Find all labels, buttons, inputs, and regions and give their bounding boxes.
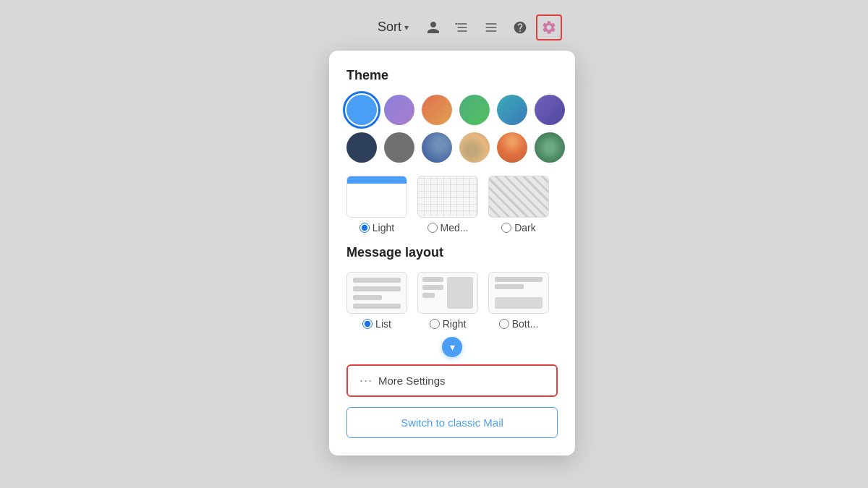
- density-dark: Dark: [488, 176, 549, 234]
- layout-bottom-preview[interactable]: [488, 272, 549, 314]
- color-dark-gray[interactable]: [384, 132, 414, 163]
- svg-rect-2: [457, 30, 467, 32]
- layout-right: Right: [417, 272, 478, 330]
- layout-bottom-radio[interactable]: [499, 319, 509, 329]
- settings-panel: Theme: [329, 51, 575, 455]
- layout-right-col: [447, 277, 473, 309]
- layout-section: Message layout List: [346, 245, 558, 330]
- theme-color-row-2: [346, 132, 558, 163]
- svg-rect-1: [457, 27, 467, 28]
- color-orange[interactable]: [422, 95, 452, 125]
- density-light-radio[interactable]: [359, 223, 370, 233]
- gear-icon[interactable]: [536, 14, 562, 40]
- toolbar-icons: [420, 14, 562, 40]
- density-dark-label[interactable]: Dark: [501, 222, 536, 234]
- layout-right-label[interactable]: Right: [430, 318, 467, 330]
- color-photo1[interactable]: [422, 132, 452, 163]
- color-dark-navy[interactable]: [346, 132, 377, 163]
- layout-line: [495, 277, 542, 282]
- layout-list-preview[interactable]: [346, 272, 407, 314]
- density-dark-radio[interactable]: [501, 223, 511, 233]
- density-medium: Med...: [417, 176, 478, 234]
- density-options: Light Med... Dark: [346, 176, 558, 234]
- svg-rect-0: [457, 23, 467, 25]
- layout-line: [422, 293, 435, 298]
- layout-right-radio[interactable]: [430, 319, 440, 329]
- color-blue[interactable]: [346, 95, 377, 125]
- layout-line: [353, 295, 382, 300]
- color-photo3[interactable]: [497, 132, 527, 163]
- color-green[interactable]: [459, 95, 490, 125]
- more-settings-dots: ···: [359, 373, 373, 388]
- person-icon[interactable]: [420, 14, 446, 40]
- layout-list-label[interactable]: List: [362, 318, 391, 330]
- density-light-text: Light: [373, 222, 394, 234]
- density-medium-preview[interactable]: [417, 176, 478, 218]
- layout-title: Message layout: [346, 245, 558, 260]
- color-photo4[interactable]: [535, 132, 565, 163]
- svg-rect-5: [486, 27, 497, 28]
- layout-line: [353, 278, 401, 283]
- layout-right-preview[interactable]: [417, 272, 478, 314]
- sort-chevron-icon: ▾: [404, 22, 409, 33]
- svg-point-3: [455, 22, 457, 25]
- density-light: Light: [346, 176, 407, 234]
- page-wrapper: Sort ▾ Theme: [0, 0, 868, 488]
- density-light-preview[interactable]: [346, 176, 407, 218]
- switch-classic-label: Switch to classic Mail: [401, 416, 503, 429]
- theme-color-row-1: [346, 95, 558, 125]
- top-bar: Sort ▾: [370, 0, 568, 54]
- theme-colors: [346, 95, 558, 163]
- density-medium-text: Med...: [441, 222, 469, 234]
- layout-top-area: [495, 277, 542, 294]
- switch-classic-button[interactable]: Switch to classic Mail: [346, 407, 558, 438]
- layout-bottom-label[interactable]: Bott...: [499, 318, 539, 330]
- color-purple[interactable]: [384, 95, 414, 125]
- lines-icon[interactable]: [478, 14, 504, 40]
- layout-list: List: [346, 272, 407, 330]
- color-teal[interactable]: [497, 95, 527, 125]
- layout-options: List Right: [346, 272, 558, 330]
- density-medium-radio[interactable]: [427, 223, 438, 233]
- layout-line: [422, 285, 443, 290]
- density-medium-label[interactable]: Med...: [427, 222, 469, 234]
- theme-title: Theme: [346, 68, 558, 83]
- number-icon[interactable]: [449, 14, 475, 40]
- sort-label: Sort: [378, 20, 401, 35]
- help-icon[interactable]: [507, 14, 533, 40]
- layout-list-text: List: [375, 318, 391, 330]
- layout-bottom-text: Bott...: [512, 318, 539, 330]
- density-dark-text: Dark: [514, 222, 536, 234]
- layout-line: [353, 304, 401, 309]
- svg-rect-6: [486, 30, 497, 32]
- more-settings-label: More Settings: [378, 374, 446, 387]
- layout-line: [422, 277, 443, 282]
- more-settings-button[interactable]: ··· More Settings: [346, 364, 558, 397]
- svg-rect-4: [486, 23, 497, 25]
- layout-left-col: [422, 277, 443, 309]
- layout-line: [353, 286, 401, 291]
- density-dark-preview[interactable]: [488, 176, 549, 218]
- layout-list-radio[interactable]: [362, 319, 373, 329]
- layout-bottom: Bott...: [488, 272, 549, 330]
- color-deep-purple[interactable]: [535, 95, 565, 125]
- sort-button[interactable]: Sort ▾: [370, 15, 416, 39]
- density-light-label[interactable]: Light: [359, 222, 394, 234]
- scroll-down-button[interactable]: ▾: [442, 337, 462, 357]
- layout-right-text: Right: [443, 318, 467, 330]
- layout-line: [495, 284, 524, 289]
- scroll-down-area: ▾: [346, 337, 558, 357]
- layout-bottom-area: [495, 297, 542, 309]
- color-photo2[interactable]: [459, 132, 490, 163]
